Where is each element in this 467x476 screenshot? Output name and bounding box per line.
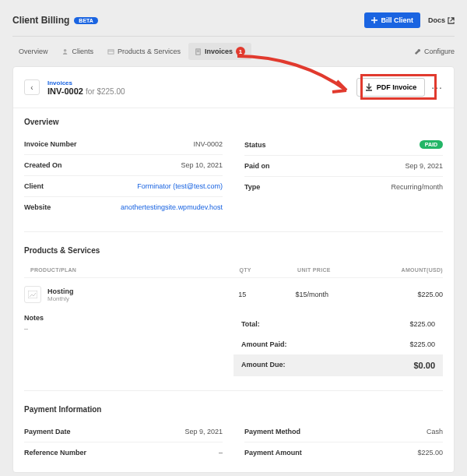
docs-link[interactable]: Docs bbox=[428, 16, 455, 24]
client-link[interactable]: Forminator (test@test.com) bbox=[137, 182, 223, 190]
bill-client-button[interactable]: Bill Client bbox=[364, 12, 420, 28]
product-unit-price: $15/month bbox=[269, 291, 356, 298]
products-heading: Products & Services bbox=[24, 246, 443, 255]
page-title: Client Billing bbox=[12, 15, 69, 26]
invoices-count-badge: 1 bbox=[236, 47, 245, 56]
product-row: Hosting Monthly 15 $15/month $225.00 bbox=[24, 278, 443, 311]
invoice-header: ‹ Invoices INV-0002 for $225.00 PDF Invo… bbox=[13, 67, 454, 108]
document-icon bbox=[195, 48, 202, 55]
breadcrumb-invoices[interactable]: Invoices bbox=[47, 79, 125, 86]
beta-badge: BETA bbox=[74, 17, 98, 24]
configure-link[interactable]: Configure bbox=[414, 48, 455, 55]
product-qty: 15 bbox=[216, 291, 269, 298]
divider bbox=[12, 36, 455, 37]
created-on-value: Sep 10, 2021 bbox=[181, 161, 223, 169]
paid-on-value: Sep 9, 2021 bbox=[405, 162, 443, 170]
image-placeholder-icon bbox=[24, 286, 41, 303]
divider bbox=[24, 231, 443, 232]
payment-date-value: Sep 9, 2021 bbox=[184, 428, 223, 435]
tab-products[interactable]: Products & Services bbox=[101, 44, 187, 59]
svg-rect-3 bbox=[28, 291, 37, 298]
plus-icon bbox=[371, 17, 377, 23]
overview-section: Overview Invoice NumberINV-0002 Created … bbox=[13, 108, 454, 227]
website-link[interactable]: anothertestingsite.wpmudev.host bbox=[121, 203, 223, 211]
products-section: Products & Services PRODUCT/PLAN QTY UNI… bbox=[13, 237, 454, 386]
external-link-icon bbox=[448, 17, 455, 24]
product-sub: Monthly bbox=[47, 295, 74, 302]
notes-block: Notes – bbox=[24, 314, 234, 376]
pdf-invoice-label: PDF Invoice bbox=[377, 83, 417, 91]
payment-amount-value: $225.00 bbox=[417, 449, 443, 457]
payment-heading: Payment Information bbox=[24, 405, 443, 414]
bill-client-label: Bill Client bbox=[381, 16, 413, 24]
product-amount: $225.00 bbox=[356, 291, 443, 298]
total-value: $225.00 bbox=[409, 320, 435, 328]
tab-overview[interactable]: Overview bbox=[12, 44, 54, 59]
invoice-number-value: INV-0002 bbox=[193, 140, 223, 148]
totals-block: Total:$225.00 Amount Paid:$225.00 Amount… bbox=[234, 314, 443, 376]
tab-invoices[interactable]: Invoices 1 bbox=[188, 43, 251, 60]
package-icon bbox=[107, 48, 114, 55]
divider bbox=[24, 390, 443, 391]
reference-number-value: – bbox=[219, 449, 223, 457]
invoice-number-title: INV-0002 bbox=[47, 86, 83, 96]
wrench-icon bbox=[414, 48, 421, 55]
payment-method-value: Cash bbox=[427, 428, 443, 435]
pdf-invoice-button[interactable]: PDF Invoice bbox=[356, 78, 426, 97]
svg-point-0 bbox=[63, 48, 66, 51]
products-table-header: PRODUCT/PLAN QTY UNIT PRICE AMOUNT(USD) bbox=[24, 263, 443, 278]
back-button[interactable]: ‹ bbox=[24, 79, 40, 95]
notes-value: – bbox=[24, 325, 234, 333]
overview-heading: Overview bbox=[24, 118, 443, 126]
invoice-for-price: for $225.00 bbox=[86, 87, 125, 96]
people-icon bbox=[62, 48, 69, 55]
status-badge: PAID bbox=[420, 140, 443, 149]
top-bar: Client Billing BETA Bill Client Docs bbox=[12, 8, 455, 36]
amount-due-value: $0.00 bbox=[413, 361, 435, 370]
more-menu[interactable]: ··· bbox=[431, 81, 443, 93]
invoice-card: ‹ Invoices INV-0002 for $225.00 PDF Invo… bbox=[12, 66, 455, 473]
download-icon bbox=[365, 83, 373, 91]
payment-section: Payment Information Payment DateSep 9, 2… bbox=[13, 396, 454, 472]
docs-label: Docs bbox=[428, 16, 445, 24]
tab-clients[interactable]: Clients bbox=[56, 44, 100, 59]
product-name: Hosting bbox=[47, 287, 74, 295]
type-value: Recurring/month bbox=[391, 183, 443, 191]
amount-paid-value: $225.00 bbox=[409, 340, 435, 348]
tab-bar: Overview Clients Products & Services Inv… bbox=[12, 43, 455, 66]
notes-heading: Notes bbox=[24, 314, 234, 322]
svg-rect-1 bbox=[108, 49, 114, 53]
